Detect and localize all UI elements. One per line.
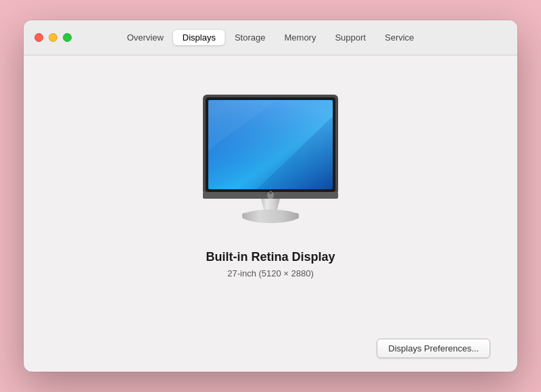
displays-preferences-button[interactable]: Displays Preferences... [377, 339, 490, 358]
display-info: Built-in Retina Display 27-inch (5120 × … [206, 250, 335, 278]
tab-memory[interactable]: Memory [275, 30, 326, 45]
minimize-button[interactable] [49, 33, 57, 42]
about-this-mac-window: Overview Displays Storage Memory Support… [24, 20, 517, 372]
tab-storage[interactable]: Storage [225, 30, 275, 45]
titlebar: Overview Displays Storage Memory Support… [24, 20, 517, 55]
display-specs: 27-inch (5120 × 2880) [206, 268, 335, 278]
maximize-button[interactable] [63, 33, 72, 42]
tab-displays[interactable]: Displays [173, 30, 225, 45]
tab-service[interactable]: Service [375, 30, 423, 45]
tab-overview[interactable]: Overview [118, 30, 173, 45]
display-name: Built-in Retina Display [206, 250, 335, 264]
bottom-bar: Displays Preferences... [51, 332, 490, 358]
svg-rect-13 [242, 213, 299, 219]
imac-illustration [189, 89, 352, 234]
main-content: Built-in Retina Display 27-inch (5120 × … [24, 55, 517, 372]
tab-support[interactable]: Support [325, 30, 375, 45]
tab-bar: Overview Displays Storage Memory Support… [118, 30, 424, 45]
svg-rect-10 [269, 192, 272, 194]
close-button[interactable] [34, 33, 43, 42]
traffic-lights [34, 33, 72, 42]
